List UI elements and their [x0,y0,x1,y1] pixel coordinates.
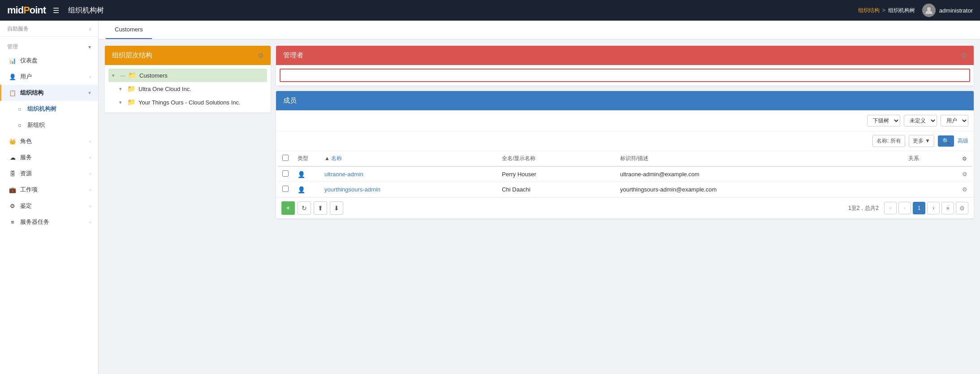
next-page-btn[interactable]: › [927,202,940,214]
col-header-check [278,151,293,166]
filter-undefined[interactable]: 未定义 [904,115,937,126]
row1-fullname: Perry Houser [497,166,616,182]
manager-title: 管理者 [283,51,303,60]
row1-check [278,166,293,182]
sidebar-item-org-tree[interactable]: ○ 组织机构树 [0,101,98,117]
last-page-btn[interactable]: » [941,202,954,214]
services-arrow: ‹ [89,155,91,160]
first-page-btn[interactable]: « [884,202,897,214]
members-header: 成员 [276,91,974,110]
col-header-relation: 关系 [904,151,958,166]
new-org-icon: ○ [16,122,24,129]
sidebar-label-org-tree: 组织机构树 [27,105,56,113]
sidebar-item-work-items[interactable]: 💼 工作项 ‹ [0,182,98,198]
menu-icon[interactable]: ☰ [53,6,59,15]
resources-icon: 🗄 [9,170,17,177]
users-arrow: ‹ [89,74,91,79]
prev-page-btn[interactable]: ‹ [898,202,911,214]
folder-icon-ultraone: 📁 [127,85,136,93]
roles-icon: 👑 [9,138,17,145]
row1-name: ultraone-admin [320,166,497,182]
pagination-gear[interactable]: ⚙ [956,202,968,214]
tree-node-yourthings[interactable]: ▾ 📁 Your Things Ours - Cloud Solutions I… [108,96,267,109]
download-button[interactable]: ⬇ [330,201,343,215]
manager-card: 管理者 ⚙ [276,46,974,86]
row2-check [278,182,293,197]
filter-user[interactable]: 用户 [941,115,968,126]
folder-icon-yourthings: 📁 [127,98,136,106]
right-panel: 管理者 ⚙ 成员 下级树 未 [276,46,974,368]
tab-customers[interactable]: Customers [106,21,152,39]
pagination: 1至2，总共2 « ‹ 1 › » ⚙ [848,202,968,214]
advanced-button[interactable]: 高级 [958,137,968,145]
sidebar-label-resources: 资源 [20,170,32,178]
sidebar-item-server-tasks[interactable]: ≡ 服务器任务 ‹ [0,214,98,230]
tree-toggle-ultraone[interactable]: ▾ [119,86,125,92]
sidebar-item-new-org[interactable]: ○ 新组织 [0,117,98,133]
breadcrumb-link[interactable]: 组织结构 [858,7,880,14]
services-icon: ☁ [9,154,17,161]
col-header-name[interactable]: ▲ 名称 [320,151,497,166]
row1-gear[interactable]: ⚙ [962,171,967,178]
tree-node-ultraone[interactable]: ▾ 📁 Ultra One Cloud Inc. [108,82,267,96]
sidebar-label-work-items: 工作项 [20,186,38,194]
org-tree-card: 组织层次结构 ⚙ ▾ — 📁 Customers ▾ 📁 [105,46,271,113]
current-page-btn[interactable]: 1 [913,202,925,214]
dashboard-icon: 📊 [9,57,17,64]
upload-button[interactable]: ⬆ [314,201,327,215]
members-title: 成员 [283,96,297,105]
user-type-icon-1: 👤 [298,171,305,178]
add-button[interactable]: + [281,201,295,215]
sidebar-label-users: 用户 [20,73,32,81]
tree-node-customers[interactable]: ▾ — 📁 Customers [108,69,267,82]
folder-icon-customers: 📁 [128,71,137,79]
self-service-collapse[interactable]: ‹ [89,26,91,32]
org-tree-gear[interactable]: ⚙ [258,52,263,60]
filter-subtree[interactable]: 下级树 [867,115,900,126]
server-tasks-arrow: ‹ [89,219,91,225]
sidebar-item-resources[interactable]: 🗄 资源 ‹ [0,165,98,182]
search-button[interactable]: 🔍 [938,135,954,147]
row2-name-link[interactable]: yourthingsours-admin [324,186,380,193]
manager-header: 管理者 ⚙ [276,46,974,65]
tree-toggle-customers[interactable]: ▾ [112,73,117,78]
col-header-fullname: 全名/显示名称 [497,151,616,166]
sidebar-item-org[interactable]: 📋 组织结构 ▾ [0,85,98,101]
members-card: 成员 下级树 未定义 用户 [276,91,974,218]
sidebar-item-audit[interactable]: ⚙ 鉴定 ‹ [0,198,98,214]
row1-name-link[interactable]: ultraone-admin [324,171,363,178]
more-filter-button[interactable]: 更多 ▼ [909,135,934,147]
admin-collapse[interactable]: ▾ [88,44,91,50]
row2-gear[interactable]: ⚙ [962,186,967,193]
row1-settings: ⚙ [958,166,972,182]
org-tree-panel: 组织层次结构 ⚙ ▾ — 📁 Customers ▾ 📁 [105,46,271,368]
row2-checkbox[interactable] [282,186,289,192]
org-tree-icon: ○ [16,106,24,113]
org-icon: 📋 [9,90,17,96]
sidebar-item-dashboard[interactable]: 📊 仪表盘 [0,52,98,69]
refresh-button[interactable]: ↻ [298,201,311,215]
row2-relation [904,182,958,197]
sidebar-label-dashboard: 仪表盘 [20,57,38,65]
search-row: 名称: 所有 更多 ▼ 🔍 高级 [276,131,974,151]
sidebar-label-roles: 角色 [20,137,32,145]
org-tree-body: ▾ — 📁 Customers ▾ 📁 Ultra One Cloud Inc.… [105,65,271,113]
tree-toggle-yourthings[interactable]: ▾ [119,100,125,105]
row2-fullname: Chi Daachi [497,182,616,197]
page-title: 组织机构树 [68,6,851,15]
sidebar-item-services[interactable]: ☁ 服务 ‹ [0,149,98,165]
breadcrumb: 组织结构 > 组织机构树 [858,7,915,14]
col-header-identifier: 标识符/描述 [616,151,904,166]
sidebar-item-users[interactable]: 👤 用户 ‹ [0,69,98,85]
row1-checkbox[interactable] [282,170,289,177]
tabs-bar: Customers [99,21,980,39]
table-footer: + ↻ ⬆ ⬇ 1至2，总共2 « ‹ 1 › » ⚙ [276,197,974,218]
members-table-wrapper: 类型 ▲ 名称 全名/显示名称 标识符/描述 关系 ⚙ [276,151,974,197]
tree-toggle-minus: — [120,73,125,78]
sidebar-item-roles[interactable]: 👑 角色 ‹ [0,133,98,149]
sidebar: 自助服务 ‹ 管理 ▾ 📊 仪表盘 👤 用户 ‹ 📋 组织结构 ▾ ○ 组织机构… [0,21,99,374]
sidebar-section-admin: 管理 ▾ [0,39,98,52]
name-filter-button[interactable]: 名称: 所有 [872,135,905,147]
select-all-checkbox[interactable] [282,155,289,161]
manager-gear[interactable]: ⚙ [961,52,967,60]
